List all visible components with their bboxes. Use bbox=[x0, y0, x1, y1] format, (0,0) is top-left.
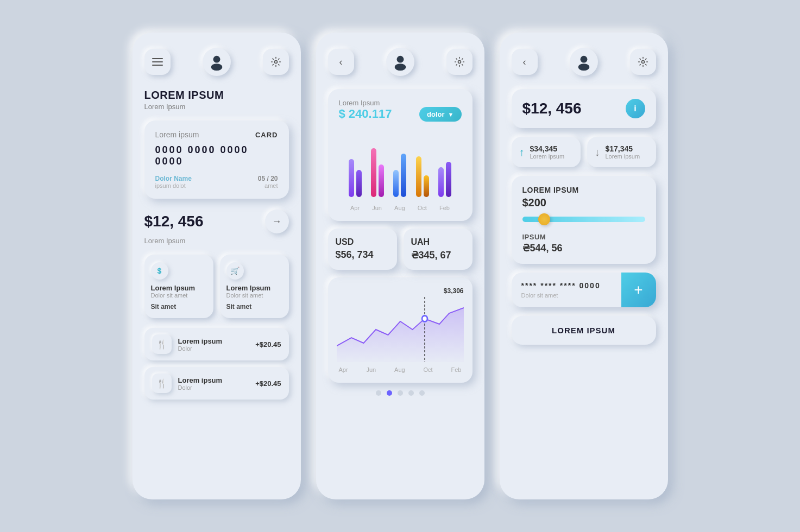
line-chart-tooltip: $3,306 bbox=[337, 287, 464, 295]
bar-group-aug bbox=[393, 154, 406, 197]
gear-icon-3 bbox=[638, 56, 648, 67]
s2-amount: $ 240.117 bbox=[339, 107, 392, 121]
bar-label-oct: Oct bbox=[418, 205, 427, 211]
income-value: $34,345 bbox=[530, 144, 565, 153]
settings-button[interactable] bbox=[263, 49, 289, 75]
back-button-2[interactable]: ‹ bbox=[328, 49, 354, 75]
line-chart-section: $3,306 Apr Jun bbox=[328, 277, 473, 383]
dot-5[interactable] bbox=[419, 390, 425, 396]
screen-2: ‹ Lorem Ipsum $ 240.117 bbox=[316, 33, 484, 499]
bar-jun-1 bbox=[371, 148, 376, 197]
settings-button-2[interactable] bbox=[446, 49, 473, 75]
action-btn-1[interactable]: $ Lorem Ipsum Dolor sit amet Sit amet bbox=[144, 255, 213, 318]
dropdown-arrow-icon: ▼ bbox=[448, 111, 454, 118]
back-button-3[interactable]: ‹ bbox=[512, 49, 538, 75]
uah-card: UAH ₴345, 67 bbox=[404, 229, 473, 270]
transaction-item-2[interactable]: 🍴 Lorem ipsum Dolor +$20.45 bbox=[144, 367, 289, 400]
submit-button[interactable]: LOREM IPSUM bbox=[512, 316, 656, 345]
bar-aug-2 bbox=[401, 154, 406, 197]
card-add-label: Dolor sit amet bbox=[521, 292, 612, 299]
dot-4[interactable] bbox=[408, 390, 414, 396]
ipsum-value: ₴544, 56 bbox=[522, 242, 645, 254]
action-btn-2-link: Sit amet bbox=[226, 303, 282, 311]
dot-3[interactable] bbox=[398, 390, 403, 396]
transaction-item-1[interactable]: 🍴 Lorem ipsum Dolor +$20.45 bbox=[144, 328, 289, 360]
svg-point-0 bbox=[213, 56, 220, 63]
avatar-svg-3 bbox=[575, 53, 593, 71]
action-buttons-row: $ Lorem Ipsum Dolor sit amet Sit amet 🛒 … bbox=[144, 255, 289, 318]
trans-info-2: Lorem ipsum Dolor bbox=[178, 376, 256, 391]
screen1-subtitle: Lorem Ipsum bbox=[144, 103, 289, 111]
ipsum-title: IPSUM bbox=[522, 233, 645, 241]
action-btn-2-title: Lorem Ipsum bbox=[226, 284, 282, 292]
card-number: 0000 0000 0000 0000 bbox=[155, 144, 278, 167]
slider-thumb[interactable] bbox=[538, 213, 550, 225]
expense-value: $17,345 bbox=[606, 144, 640, 153]
trans-amount-2: +$20.45 bbox=[255, 379, 281, 388]
svg-point-2 bbox=[274, 61, 277, 64]
trans-title-2: Lorem ipsum bbox=[178, 376, 256, 384]
avatar-3 bbox=[570, 48, 598, 76]
balance-arrow-button[interactable]: → bbox=[265, 210, 289, 233]
bar-label-jun: Jun bbox=[372, 205, 382, 211]
card-holder-name: Dolor Name bbox=[155, 175, 192, 182]
action-btn-2[interactable]: 🛒 Lorem Ipsum Dolor sit amet Sit amet bbox=[220, 255, 289, 318]
action-btn-2-sub: Dolor sit amet bbox=[226, 292, 282, 299]
x-label-aug: Aug bbox=[394, 366, 405, 373]
card-add-plus-button[interactable]: + bbox=[621, 273, 656, 307]
action-btn-2-icon: 🛒 bbox=[226, 262, 244, 280]
avatar bbox=[203, 48, 231, 76]
line-chart-dot-inner bbox=[423, 316, 426, 321]
card-label: Lorem ipsum bbox=[155, 130, 199, 139]
bar-group-jun bbox=[371, 148, 384, 197]
usd-label: USD bbox=[336, 237, 389, 247]
card-expiry: 05 / 20 bbox=[258, 175, 278, 182]
screen-3: ‹ $12, 456 i ↑ bbox=[500, 33, 668, 499]
gear-icon bbox=[270, 56, 281, 67]
trans-sub-1: Dolor bbox=[178, 345, 256, 352]
line-chart-svg bbox=[337, 297, 464, 362]
dolor-filter-button[interactable]: dolor ▼ bbox=[419, 107, 461, 122]
svg-point-5 bbox=[458, 61, 461, 64]
menu-button[interactable] bbox=[144, 49, 171, 75]
s2-stats-section: Lorem Ipsum $ 240.117 dolor ▼ bbox=[328, 89, 473, 221]
bar-jun-2 bbox=[379, 164, 384, 197]
trans-info-1: Lorem ipsum Dolor bbox=[178, 337, 256, 352]
dolor-btn-text: dolor bbox=[427, 110, 445, 118]
bar-oct-2 bbox=[424, 175, 429, 197]
card-add-info: **** **** **** 0000 Dolor sit amet bbox=[512, 273, 621, 307]
bar-feb-2 bbox=[446, 162, 451, 197]
ipsum-section: IPSUM ₴544, 56 bbox=[522, 233, 645, 254]
info-icon[interactable]: i bbox=[626, 99, 645, 118]
svg-point-7 bbox=[578, 64, 589, 71]
usd-card: USD $56, 734 bbox=[328, 229, 397, 270]
uah-value: ₴345, 67 bbox=[411, 249, 465, 261]
slider-title: LOREM IPSUM bbox=[522, 186, 645, 194]
settings-button-3[interactable] bbox=[630, 49, 656, 75]
line-chart-fill bbox=[337, 308, 464, 362]
income-arrow-icon: ↑ bbox=[519, 146, 525, 159]
pagination-dots bbox=[328, 390, 473, 396]
bar-label-apr: Apr bbox=[350, 205, 360, 211]
bar-aug-1 bbox=[393, 170, 399, 197]
uah-label: UAH bbox=[411, 237, 465, 247]
action-btn-1-title: Lorem Ipsum bbox=[151, 284, 207, 292]
card-add-row: **** **** **** 0000 Dolor sit amet + bbox=[512, 273, 656, 307]
trans-icon-2: 🍴 bbox=[152, 373, 172, 393]
slider-value: $200 bbox=[522, 197, 645, 209]
bar-group-oct bbox=[416, 156, 429, 197]
s3-amount: $12, 456 bbox=[522, 100, 582, 117]
bar-apr-1 bbox=[349, 159, 354, 197]
balance-row: $12, 456 → bbox=[144, 210, 289, 233]
svg-point-4 bbox=[394, 64, 406, 71]
bar-apr-2 bbox=[356, 170, 362, 197]
slider-track[interactable] bbox=[522, 217, 645, 222]
balance-amount: $12, 456 bbox=[144, 213, 204, 230]
trans-icon-1: 🍴 bbox=[152, 334, 172, 354]
bar-label-aug: Aug bbox=[394, 205, 405, 211]
gear-icon-2 bbox=[454, 56, 465, 67]
income-expense-row: ↑ $34,345 Lorem ipsum ↓ $17,345 Lorem ip… bbox=[512, 137, 656, 167]
dot-2[interactable] bbox=[387, 390, 392, 396]
card-expiry-sub: amet bbox=[258, 182, 278, 189]
dot-1[interactable] bbox=[376, 390, 381, 396]
